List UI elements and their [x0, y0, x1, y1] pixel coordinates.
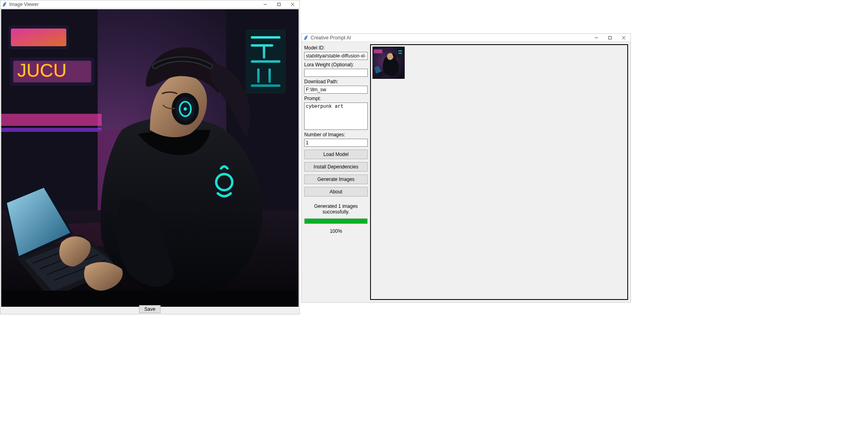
svg-rect-38 [374, 49, 382, 53]
close-button[interactable] [286, 0, 299, 8]
load-model-button[interactable]: Load Model [304, 150, 368, 159]
lora-label: Lora Weight (Optional): [304, 62, 368, 68]
svg-rect-12 [1, 128, 102, 132]
app-icon [303, 35, 309, 41]
creative-prompt-title: Creative Prompt AI [311, 35, 351, 41]
creative-prompt-window: Creative Prompt AI Model ID: Lora Weight… [301, 33, 631, 303]
progress-percent: 100% [304, 228, 368, 234]
svg-text:JUCU: JUCU [17, 60, 67, 81]
generate-images-button[interactable]: Generate Images [304, 174, 368, 184]
image-viewer-titlebar[interactable]: Image Viewer [0, 0, 299, 8]
lora-input[interactable] [304, 69, 368, 77]
prompt-input[interactable] [304, 103, 368, 130]
image-gallery [370, 44, 628, 300]
generated-thumbnail[interactable] [373, 47, 405, 79]
image-viewer-window: Image Viewer [0, 0, 300, 314]
minimize-button[interactable] [258, 0, 272, 8]
controls-panel: Model ID: Lora Weight (Optional): Downlo… [302, 42, 370, 302]
svg-point-42 [387, 53, 393, 60]
progress-fill [305, 219, 367, 224]
generated-image: JUCU [1, 9, 299, 307]
prompt-label: Prompt: [304, 96, 368, 101]
download-path-input[interactable] [304, 86, 368, 94]
model-id-input[interactable] [304, 52, 368, 60]
svg-rect-34 [609, 36, 612, 39]
app-icon [2, 2, 8, 7]
save-button[interactable]: Save [139, 305, 160, 313]
close-button[interactable] [617, 34, 631, 41]
progress-bar [304, 218, 368, 224]
svg-rect-1 [278, 3, 280, 6]
status-text: Generated 1 images successfully. [304, 203, 368, 215]
model-id-label: Model ID: [304, 45, 368, 51]
about-button[interactable]: About [304, 187, 368, 197]
image-viewer-title: Image Viewer [9, 2, 39, 7]
num-images-label: Number of Images: [304, 132, 368, 137]
window-controls [258, 0, 299, 8]
download-path-label: Download Path: [304, 79, 368, 84]
svg-rect-7 [11, 29, 66, 46]
svg-rect-32 [1, 291, 299, 307]
creative-prompt-titlebar[interactable]: Creative Prompt AI [302, 34, 631, 42]
svg-rect-11 [1, 114, 102, 126]
maximize-button[interactable] [272, 0, 286, 8]
window-controls [590, 34, 631, 41]
maximize-button[interactable] [603, 34, 617, 41]
minimize-button[interactable] [590, 34, 603, 41]
num-images-input[interactable] [304, 139, 368, 147]
install-dependencies-button[interactable]: Install Dependencies [304, 162, 368, 172]
svg-point-31 [184, 107, 187, 111]
